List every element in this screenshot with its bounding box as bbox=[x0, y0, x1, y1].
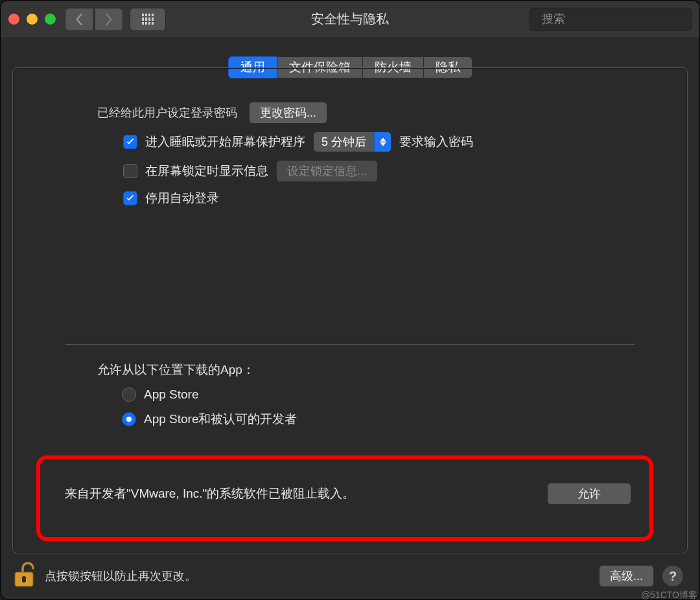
blocked-software-message: 来自开发者"VMware, Inc."的系统软件已被阻止载入。 bbox=[65, 485, 355, 502]
titlebar: 安全性与隐私 bbox=[1, 1, 699, 38]
set-lock-message-button[interactable]: 设定锁定信息... bbox=[276, 160, 378, 182]
select-stepper-icon bbox=[374, 132, 391, 152]
radio-identified-row: App Store和被认可的开发者 bbox=[122, 411, 661, 428]
back-button[interactable] bbox=[65, 8, 93, 31]
preferences-window: 安全性与隐私 通用 文件保险箱 防火墙 隐私 已经给此用户设定登录密码 更改密码… bbox=[1, 1, 699, 599]
radio-identified-label: App Store和被认可的开发者 bbox=[144, 411, 298, 428]
search-field[interactable] bbox=[530, 8, 692, 31]
svg-rect-1 bbox=[22, 576, 26, 583]
allow-apps-section: 允许从以下位置下载的App： App Store App Store和被认可的开… bbox=[97, 362, 661, 428]
zoom-window-icon[interactable] bbox=[45, 14, 56, 25]
grid-icon bbox=[142, 14, 154, 25]
check-icon bbox=[126, 194, 135, 203]
content-area: 通用 文件保险箱 防火墙 隐私 已经给此用户设定登录密码 更改密码... 进入睡… bbox=[1, 38, 699, 599]
help-button[interactable]: ? bbox=[662, 565, 684, 587]
require-password-row: 进入睡眠或开始屏幕保护程序 5 分钟后 要求输入密码 bbox=[123, 132, 661, 152]
show-lock-message-label: 在屏幕锁定时显示信息 bbox=[145, 163, 268, 179]
check-icon bbox=[126, 137, 135, 146]
require-password-prefix: 进入睡眠或开始屏幕保护程序 bbox=[145, 133, 305, 150]
section-divider bbox=[65, 344, 635, 345]
allow-apps-title: 允许从以下位置下载的App： bbox=[97, 362, 661, 378]
disable-auto-login-label: 停用自动登录 bbox=[145, 190, 219, 207]
login-section: 已经给此用户设定登录密码 更改密码... 进入睡眠或开始屏幕保护程序 5 分钟后 bbox=[39, 102, 661, 207]
footer: 点按锁按钮以防止再次更改。 高级... ? bbox=[1, 553, 699, 599]
show-lock-message-row: 在屏幕锁定时显示信息 设定锁定信息... bbox=[123, 160, 661, 182]
search-input[interactable] bbox=[542, 12, 692, 26]
radio-identified-developers[interactable] bbox=[122, 412, 136, 426]
window-title: 安全性与隐私 bbox=[311, 10, 389, 28]
select-value: 5 分钟后 bbox=[314, 132, 374, 152]
watermark: @51CTO博客 bbox=[641, 590, 697, 600]
require-password-delay-select[interactable]: 5 分钟后 bbox=[313, 132, 391, 152]
forward-button[interactable] bbox=[95, 8, 123, 31]
minimize-window-icon[interactable] bbox=[27, 14, 38, 25]
disable-auto-login-row: 停用自动登录 bbox=[123, 190, 661, 207]
require-password-suffix: 要求输入密码 bbox=[399, 133, 473, 150]
close-window-icon[interactable] bbox=[8, 14, 19, 25]
radio-app-store-label: App Store bbox=[144, 387, 199, 402]
nav-buttons bbox=[65, 8, 123, 31]
show-lock-message-checkbox[interactable] bbox=[123, 164, 137, 178]
show-all-button[interactable] bbox=[130, 8, 166, 31]
lock-hint-label: 点按锁按钮以防止再次更改。 bbox=[45, 568, 196, 584]
disable-auto-login-checkbox[interactable] bbox=[123, 191, 137, 205]
change-password-button[interactable]: 更改密码... bbox=[249, 102, 327, 124]
general-panel: 已经给此用户设定登录密码 更改密码... 进入睡眠或开始屏幕保护程序 5 分钟后 bbox=[12, 67, 688, 553]
window-controls bbox=[8, 14, 56, 25]
password-set-label: 已经给此用户设定登录密码 bbox=[97, 105, 237, 121]
require-password-checkbox[interactable] bbox=[123, 135, 137, 149]
radio-app-store[interactable] bbox=[122, 387, 136, 402]
blocked-software-row: 来自开发者"VMware, Inc."的系统软件已被阻止载入。 允许 bbox=[65, 483, 631, 505]
radio-app-store-row: App Store bbox=[122, 387, 661, 402]
advanced-button[interactable]: 高级... bbox=[599, 565, 654, 587]
lock-icon[interactable] bbox=[12, 560, 36, 592]
allow-blocked-button[interactable]: 允许 bbox=[547, 483, 631, 505]
